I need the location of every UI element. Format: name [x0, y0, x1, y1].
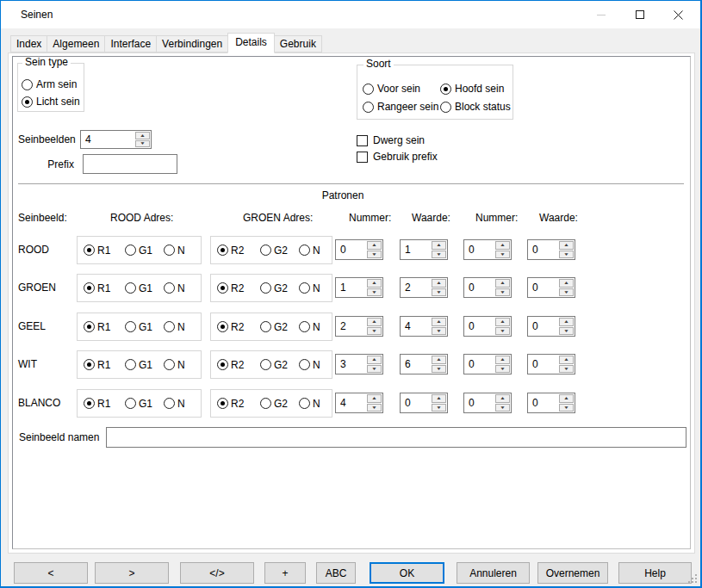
radio-n[interactable]: N: [164, 237, 185, 263]
spin-down-button[interactable]: ▼: [559, 288, 574, 297]
spin-up-button[interactable]: ▲: [495, 394, 510, 403]
radio-r1[interactable]: R1: [84, 237, 110, 263]
radio-g1[interactable]: G1: [125, 390, 152, 417]
nummer1-spinner[interactable]: 1 ▲▼: [335, 277, 383, 298]
waarde2-spinner[interactable]: 0 ▲▼: [527, 393, 575, 413]
spin-down-button[interactable]: ▼: [495, 288, 510, 297]
spin-down-button[interactable]: ▼: [367, 288, 382, 297]
spin-up-button[interactable]: ▲: [135, 132, 150, 139]
radio-r2[interactable]: R2: [217, 390, 244, 417]
spin-down-button[interactable]: ▼: [432, 327, 446, 336]
nummer1-spinner[interactable]: 2 ▲▼: [335, 316, 383, 337]
seinbeeld-namen-input[interactable]: [106, 427, 686, 448]
spin-down-button[interactable]: ▼: [367, 365, 382, 374]
spin-down-button[interactable]: ▼: [432, 288, 446, 297]
minimize-button[interactable]: [581, 2, 620, 28]
spin-down-button[interactable]: ▼: [559, 365, 574, 374]
tab-gebruik[interactable]: Gebruik: [274, 35, 322, 53]
radio-n[interactable]: N: [299, 313, 320, 340]
radio-r2[interactable]: R2: [217, 237, 244, 263]
spin-up-button[interactable]: ▲: [367, 318, 382, 326]
radio-voor-sein[interactable]: Voor sein: [363, 83, 420, 95]
waarde2-spinner[interactable]: 0 ▲▼: [527, 354, 575, 374]
radio-g1[interactable]: G1: [125, 351, 152, 378]
spin-up-button[interactable]: ▲: [367, 241, 382, 250]
nummer1-spinner[interactable]: 0 ▲▼: [335, 239, 383, 260]
radio-g2[interactable]: G2: [260, 237, 288, 263]
title-bar[interactable]: Seinen: [1, 1, 700, 28]
next-button[interactable]: >: [95, 562, 169, 584]
maximize-button[interactable]: [620, 2, 659, 28]
spin-down-button[interactable]: ▼: [495, 251, 510, 259]
radio-g2[interactable]: G2: [260, 313, 288, 340]
radio-r1[interactable]: R1: [84, 275, 110, 301]
spin-up-button[interactable]: ▲: [495, 356, 510, 364]
spin-up-button[interactable]: ▲: [432, 279, 446, 288]
spin-up-button[interactable]: ▲: [559, 356, 574, 364]
waarde1-spinner[interactable]: 2 ▲▼: [400, 277, 448, 298]
plus-button[interactable]: +: [264, 562, 306, 584]
spin-up-button[interactable]: ▲: [367, 356, 382, 364]
radio-n[interactable]: N: [164, 313, 185, 340]
spin-down-button[interactable]: ▼: [367, 251, 382, 259]
abc-button[interactable]: ABC: [316, 562, 356, 584]
spin-up-button[interactable]: ▲: [495, 318, 510, 326]
spin-down-button[interactable]: ▼: [559, 404, 574, 412]
spin-down-button[interactable]: ▼: [432, 365, 446, 374]
radio-g1[interactable]: G1: [125, 237, 152, 263]
waarde2-spinner[interactable]: 0 ▲▼: [527, 239, 575, 260]
tab-details[interactable]: Details: [227, 33, 275, 53]
spin-down-button[interactable]: ▼: [432, 251, 446, 259]
spin-up-button[interactable]: ▲: [559, 241, 574, 250]
radio-rangeer-sein[interactable]: Rangeer sein: [363, 101, 438, 113]
seinbeelden-spinner[interactable]: 4 ▲ ▼: [80, 130, 152, 149]
nummer1-spinner[interactable]: 4 ▲▼: [335, 393, 383, 413]
spin-down-button[interactable]: ▼: [559, 251, 574, 259]
nummer1-spinner[interactable]: 3 ▲▼: [335, 354, 383, 374]
tab-algemeen[interactable]: Algemeen: [47, 35, 105, 53]
radio-n[interactable]: N: [299, 390, 320, 417]
waarde1-spinner[interactable]: 0 ▲▼: [400, 393, 448, 413]
radio-r1[interactable]: R1: [84, 313, 110, 340]
code-button[interactable]: </>: [180, 562, 254, 584]
spin-up-button[interactable]: ▲: [559, 394, 574, 403]
spin-up-button[interactable]: ▲: [495, 241, 510, 250]
nummer2-spinner[interactable]: 0 ▲▼: [463, 316, 512, 337]
close-button[interactable]: [659, 2, 698, 28]
nummer2-spinner[interactable]: 0 ▲▼: [463, 239, 512, 260]
tab-index[interactable]: Index: [10, 35, 47, 53]
waarde1-spinner[interactable]: 4 ▲▼: [400, 316, 448, 337]
help-button[interactable]: Help: [618, 562, 692, 584]
radio-n[interactable]: N: [299, 351, 320, 378]
cancel-button[interactable]: Annuleren: [457, 562, 530, 584]
spin-up-button[interactable]: ▲: [367, 394, 382, 403]
ok-button[interactable]: OK: [370, 562, 444, 584]
spin-down-button[interactable]: ▼: [367, 327, 382, 336]
tab-verbindingen[interactable]: Verbindingen: [156, 35, 228, 53]
waarde1-spinner[interactable]: 6 ▲▼: [400, 354, 448, 374]
radio-hoofd-sein[interactable]: Hoofd sein: [440, 83, 504, 95]
spin-up-button[interactable]: ▲: [495, 279, 510, 288]
prefix-input[interactable]: [83, 154, 177, 174]
radio-r2[interactable]: R2: [217, 351, 244, 378]
radio-r2[interactable]: R2: [217, 275, 244, 301]
spin-up-button[interactable]: ▲: [432, 356, 446, 364]
waarde1-spinner[interactable]: 1 ▲▼: [400, 239, 448, 260]
radio-n[interactable]: N: [164, 351, 185, 378]
spin-down-button[interactable]: ▼: [432, 404, 446, 412]
resize-grip[interactable]: [686, 573, 697, 583]
spin-up-button[interactable]: ▲: [559, 279, 574, 288]
radio-licht-sein[interactable]: Licht sein: [22, 96, 80, 108]
nummer2-spinner[interactable]: 0 ▲▼: [463, 393, 512, 413]
radio-r1[interactable]: R1: [84, 351, 110, 378]
spin-up-button[interactable]: ▲: [432, 318, 446, 326]
radio-n[interactable]: N: [299, 237, 320, 263]
checkbox-gebruik-prefix[interactable]: Gebruik prefix: [357, 151, 438, 163]
spin-up-button[interactable]: ▲: [432, 394, 446, 403]
spin-up-button[interactable]: ▲: [559, 318, 574, 326]
apply-button[interactable]: Overnemen: [537, 562, 608, 584]
tab-interface[interactable]: Interface: [104, 35, 157, 53]
waarde2-spinner[interactable]: 0 ▲▼: [527, 277, 575, 298]
radio-g2[interactable]: G2: [260, 275, 288, 301]
radio-r2[interactable]: R2: [217, 313, 244, 340]
